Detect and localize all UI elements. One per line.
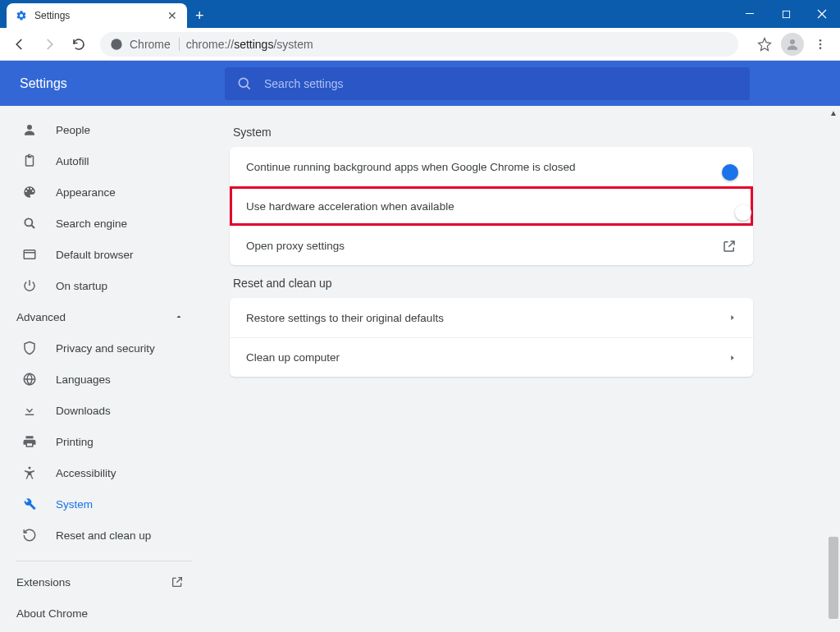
browser-icon	[21, 246, 38, 263]
svg-point-4	[819, 39, 822, 42]
reload-button[interactable]	[66, 31, 92, 57]
row-label: Clean up computer	[246, 351, 340, 364]
sidebar-item-default-browser[interactable]: Default browser	[0, 239, 208, 270]
print-icon	[21, 433, 38, 450]
maximize-button[interactable]	[768, 0, 804, 28]
sidebar-item-autofill[interactable]: Autofill	[0, 145, 208, 176]
omnibox-scheme: Chrome	[130, 38, 180, 51]
accessibility-icon	[21, 465, 38, 481]
omnibox[interactable]: Chrome chrome://settings/system	[100, 32, 738, 57]
scrollbar[interactable]: ▲	[827, 106, 840, 632]
sidebar-item-label: On startup	[56, 280, 107, 292]
kebab-menu-icon[interactable]	[807, 31, 833, 57]
chevron-up-icon	[174, 312, 184, 322]
shield-icon	[21, 340, 38, 356]
page-title: Settings	[20, 76, 67, 91]
sidebar-item-languages[interactable]: Languages	[0, 364, 208, 395]
minimize-button[interactable]	[732, 0, 768, 28]
search-icon	[21, 215, 38, 231]
sidebar-item-label: Appearance	[56, 186, 116, 199]
svg-rect-0	[746, 13, 754, 14]
svg-rect-10	[24, 250, 35, 259]
sidebar-item-appearance[interactable]: Appearance	[0, 176, 208, 208]
svg-point-5	[819, 43, 822, 45]
row-label: Restore settings to their original defau…	[246, 312, 444, 324]
sidebar-item-label: Reset and clean up	[56, 529, 151, 542]
sidebar-item-label: About Chrome	[16, 607, 88, 620]
sidebar-separator	[16, 561, 192, 561]
omnibox-url: chrome://settings/system	[186, 38, 313, 51]
address-bar: Chrome chrome://settings/system	[0, 28, 840, 61]
chevron-right-icon	[728, 354, 737, 362]
forward-button[interactable]	[36, 31, 62, 57]
sidebar-about[interactable]: About Chrome	[0, 598, 208, 629]
profile-avatar[interactable]	[779, 31, 806, 57]
sidebar-item-downloads[interactable]: Downloads	[0, 395, 208, 426]
row-label: Use hardware acceleration when available	[246, 200, 454, 213]
sidebar-group-label: Advanced	[16, 311, 66, 323]
row-label: Continue running background apps when Go…	[246, 161, 576, 173]
section-reset-label: Reset and clean up	[233, 277, 840, 290]
search-input[interactable]	[264, 77, 738, 90]
scrollbar-thumb[interactable]	[829, 537, 838, 619]
row-hardware-acceleration[interactable]: Use hardware acceleration when available	[230, 186, 753, 226]
person-icon	[21, 121, 38, 138]
sidebar-item-privacy[interactable]: Privacy and security	[0, 332, 208, 364]
open-external-icon	[722, 239, 737, 254]
sidebar-item-label: Search engine	[56, 218, 127, 230]
scrollbar-up-icon[interactable]: ▲	[827, 106, 840, 119]
system-card: Continue running background apps when Go…	[230, 147, 753, 265]
row-cleanup-computer[interactable]: Clean up computer	[230, 337, 753, 377]
settings-search[interactable]	[225, 67, 750, 100]
svg-point-9	[25, 218, 32, 226]
sidebar-item-label: Extensions	[16, 576, 71, 588]
row-restore-defaults[interactable]: Restore settings to their original defau…	[230, 298, 753, 337]
bookmark-star-icon[interactable]	[751, 31, 778, 57]
sidebar-group-advanced[interactable]: Advanced	[0, 301, 208, 332]
sidebar: People Autofill Appearance Search engine…	[0, 106, 208, 632]
settings-header: Settings	[0, 61, 840, 106]
sidebar-item-label: Languages	[56, 373, 111, 386]
tab-title: Settings	[34, 10, 159, 21]
sidebar-item-search-engine[interactable]: Search engine	[0, 208, 208, 239]
sidebar-item-system[interactable]: System	[0, 488, 208, 520]
section-system-label: System	[233, 126, 840, 139]
chevron-right-icon	[728, 314, 737, 322]
palette-icon	[21, 184, 38, 200]
gear-icon	[15, 9, 28, 22]
titlebar: Settings ✕ +	[0, 0, 840, 28]
close-window-button[interactable]	[804, 0, 840, 28]
window-controls	[732, 0, 840, 28]
content-area: System Continue running background apps …	[208, 106, 840, 632]
sidebar-item-printing[interactable]: Printing	[0, 426, 208, 457]
sidebar-item-reset[interactable]: Reset and clean up	[0, 520, 208, 551]
sidebar-item-on-startup[interactable]: On startup	[0, 270, 208, 301]
search-icon	[236, 76, 253, 92]
wrench-icon	[21, 496, 38, 512]
open-external-icon	[171, 575, 184, 588]
sidebar-item-label: Privacy and security	[56, 342, 155, 355]
row-label: Open proxy settings	[246, 240, 345, 252]
close-tab-icon[interactable]: ✕	[166, 9, 179, 22]
clipboard-icon	[21, 153, 38, 169]
back-button[interactable]	[7, 31, 33, 57]
sidebar-extensions[interactable]: Extensions	[0, 566, 208, 598]
globe-icon	[21, 371, 38, 387]
sidebar-item-accessibility[interactable]: Accessibility	[0, 457, 208, 488]
reset-card: Restore settings to their original defau…	[230, 298, 753, 377]
svg-point-12	[29, 467, 31, 469]
power-icon	[21, 277, 38, 294]
sidebar-item-people[interactable]: People	[0, 114, 208, 145]
row-proxy-settings[interactable]: Open proxy settings	[230, 226, 753, 265]
browser-tab[interactable]: Settings ✕	[7, 3, 187, 28]
sidebar-item-label: Printing	[56, 436, 94, 448]
new-tab-button[interactable]: +	[195, 7, 204, 25]
download-icon	[21, 402, 38, 419]
sidebar-item-label: Default browser	[56, 249, 134, 261]
sidebar-item-label: Accessibility	[56, 467, 116, 479]
sidebar-item-label: Autofill	[56, 155, 89, 167]
row-background-apps[interactable]: Continue running background apps when Go…	[230, 147, 753, 186]
site-info-icon[interactable]	[110, 38, 123, 51]
sidebar-item-label: People	[56, 124, 90, 136]
sidebar-item-label: Downloads	[56, 405, 111, 417]
